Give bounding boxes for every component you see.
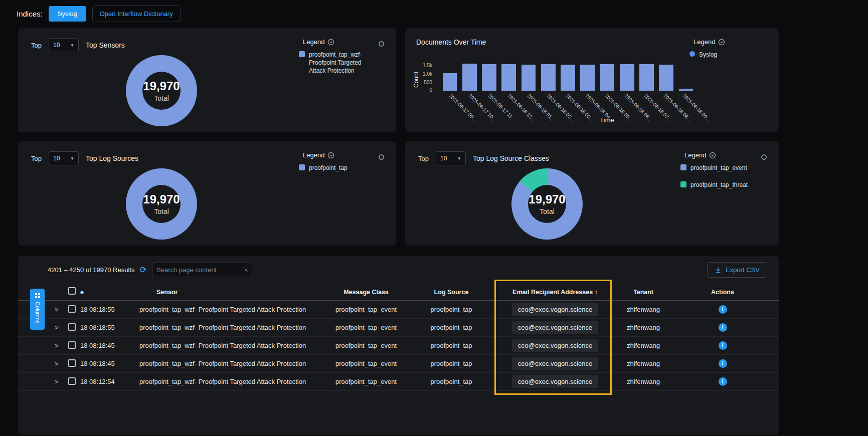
bar[interactable] bbox=[638, 62, 655, 91]
header-sensor[interactable]: Sensor bbox=[139, 289, 328, 296]
cell-email[interactable]: ceo@exec.vogon.science bbox=[512, 321, 598, 334]
bar[interactable] bbox=[441, 62, 458, 91]
columns-button[interactable]: Columns bbox=[30, 289, 45, 330]
top-bar: Indices: Syslog Open Interflow Dictionar… bbox=[0, 0, 868, 22]
info-icon[interactable]: i bbox=[719, 305, 727, 314]
bar[interactable] bbox=[599, 62, 616, 91]
legend-toggle-icon[interactable] bbox=[718, 39, 725, 46]
grid-icon bbox=[35, 293, 41, 299]
panel-options-icon[interactable] bbox=[761, 154, 767, 160]
cell-email[interactable]: ceo@exec.vogon.science bbox=[512, 303, 598, 316]
info-icon[interactable]: i bbox=[719, 323, 727, 332]
legend-title: Legend bbox=[693, 38, 715, 46]
legend-item[interactable]: proofpoint_tap bbox=[299, 164, 375, 172]
y-tick-label: 1.0k bbox=[423, 71, 432, 77]
bar[interactable] bbox=[520, 62, 537, 91]
results-table-panel: Columns 4201 – 4250 of 19970 Results ⟳ E… bbox=[18, 256, 779, 435]
top-n-value: 10 bbox=[53, 42, 60, 49]
legend-item[interactable]: proofpoint_tap_event bbox=[680, 164, 762, 172]
table-row[interactable]: >18 08:18:45proofpoint_tap_wzf- Proofpoi… bbox=[18, 355, 779, 373]
top-n-dropdown[interactable]: 10 ▼ bbox=[49, 38, 79, 52]
header-message-class[interactable]: Message Class bbox=[328, 289, 404, 296]
legend-toggle-icon[interactable] bbox=[327, 152, 334, 159]
row-checkbox[interactable] bbox=[68, 323, 76, 331]
row-checkbox[interactable] bbox=[68, 377, 76, 385]
bar[interactable] bbox=[579, 62, 596, 91]
cell-email[interactable]: ceo@exec.vogon.science bbox=[512, 375, 598, 388]
row-expand-chevron[interactable]: > bbox=[50, 378, 63, 385]
info-icon[interactable]: i bbox=[719, 377, 727, 386]
bar[interactable] bbox=[500, 62, 517, 91]
top-sensors-donut-chart[interactable]: 19,970 Total bbox=[126, 55, 197, 126]
cell-message-class: proofpoint_tap_event bbox=[328, 342, 404, 349]
row-expand-chevron[interactable]: > bbox=[50, 324, 63, 331]
header-time[interactable]: e bbox=[80, 289, 139, 296]
top-log-sources-donut-chart[interactable]: 19,970 Total bbox=[126, 168, 197, 240]
cell-message-class: proofpoint_tap_event bbox=[328, 378, 404, 385]
legend-toggle-icon[interactable] bbox=[327, 39, 334, 46]
chevron-down-icon: ▼ bbox=[457, 156, 461, 161]
top-log-source-classes-donut-chart[interactable]: 19,970 Total bbox=[511, 168, 583, 240]
legend-item[interactable]: Syslog bbox=[689, 51, 740, 59]
row-expand-chevron[interactable]: > bbox=[50, 360, 63, 367]
bar-chart-bars bbox=[441, 62, 695, 91]
row-checkbox[interactable] bbox=[68, 359, 76, 367]
donut-total-caption: Total bbox=[540, 207, 555, 215]
cell-email[interactable]: ceo@exec.vogon.science bbox=[512, 357, 598, 370]
legend-title: Legend bbox=[303, 38, 324, 46]
table-row[interactable]: >18 08:18:55proofpoint_tap_wzf- Proofpoi… bbox=[18, 301, 779, 319]
top-n-dropdown[interactable]: 10 ▼ bbox=[49, 151, 79, 165]
export-csv-button[interactable]: Export CSV bbox=[707, 262, 767, 278]
legend-item[interactable]: proofpoint_tap_threat bbox=[680, 181, 762, 189]
bar[interactable] bbox=[559, 62, 576, 91]
chevron-down-icon: ▼ bbox=[70, 43, 74, 48]
header-log-source[interactable]: Log Source bbox=[404, 289, 498, 296]
cell-time: 18 08:18:45 bbox=[80, 360, 139, 367]
legend-toggle-icon[interactable] bbox=[709, 152, 716, 159]
panel-options-icon[interactable] bbox=[379, 41, 384, 47]
syslog-index-button[interactable]: Syslog bbox=[49, 6, 86, 22]
row-checkbox[interactable] bbox=[68, 341, 76, 349]
legend-item-label: proofpoint_tap_threat bbox=[690, 181, 748, 189]
legend-swatch bbox=[299, 164, 305, 170]
info-icon[interactable]: i bbox=[719, 359, 727, 368]
legend-item-label: proofpoint_tap bbox=[309, 164, 348, 172]
download-icon bbox=[715, 267, 722, 274]
cell-tenant: zhifenwang bbox=[612, 360, 675, 367]
legend-item[interactable]: proofpoint_tap_wzf- Proofpoint Targeted … bbox=[299, 51, 375, 75]
row-expand-chevron[interactable]: > bbox=[50, 342, 63, 349]
sort-ascending-icon[interactable]: ↑ bbox=[595, 289, 598, 296]
table-row[interactable]: >18 08:18:45proofpoint_tap_wzf- Proofpoi… bbox=[18, 337, 779, 355]
cell-sensor: proofpoint_tap_wzf- Proofpoint Targeted … bbox=[139, 342, 328, 349]
refresh-icon[interactable]: ⟳ bbox=[139, 265, 146, 275]
header-email-recipient-addresses[interactable]: Email Recipient Addresses ↑ bbox=[498, 289, 612, 296]
row-expand-chevron[interactable]: > bbox=[50, 306, 63, 313]
top-n-dropdown[interactable]: 10 ▼ bbox=[436, 151, 466, 165]
legend-title: Legend bbox=[684, 151, 706, 159]
header-tenant[interactable]: Tenant bbox=[612, 289, 675, 296]
header-actions[interactable]: Actions bbox=[675, 289, 770, 296]
row-checkbox[interactable] bbox=[68, 305, 76, 313]
dashboard-grid: Top 10 ▼ Top Sensors 19,970 Total Legend… bbox=[18, 28, 779, 246]
bar[interactable] bbox=[618, 62, 635, 91]
bar[interactable] bbox=[677, 62, 695, 91]
open-interflow-dictionary-button[interactable]: Open Interflow Dictionary bbox=[92, 6, 181, 22]
bar[interactable] bbox=[480, 62, 497, 91]
info-icon[interactable]: i bbox=[719, 341, 727, 350]
bar[interactable] bbox=[658, 62, 675, 91]
legend-item-label: Syslog bbox=[699, 51, 717, 59]
cell-email[interactable]: ceo@exec.vogon.science bbox=[512, 339, 598, 352]
panel-options-icon[interactable] bbox=[379, 154, 384, 160]
search-icon[interactable] bbox=[245, 267, 248, 274]
table-body: >18 08:18:55proofpoint_tap_wzf- Proofpoi… bbox=[18, 301, 779, 391]
bar[interactable] bbox=[461, 62, 478, 91]
legend: Legend proofpoint_tap_event proofpoint_t… bbox=[680, 151, 762, 193]
table-row[interactable]: >18 08:18:55proofpoint_tap_wzf- Proofpoi… bbox=[18, 319, 779, 337]
select-all-checkbox[interactable] bbox=[68, 287, 76, 295]
cell-sensor: proofpoint_tap_wzf- Proofpoint Targeted … bbox=[139, 324, 328, 331]
search-input[interactable] bbox=[156, 266, 245, 274]
legend-swatch bbox=[689, 51, 695, 57]
cell-log-source: proofpoint_tap bbox=[404, 342, 498, 349]
bar[interactable] bbox=[540, 62, 557, 91]
table-row[interactable]: >18 08:12:54proofpoint_tap_wzf- Proofpoi… bbox=[18, 373, 779, 391]
